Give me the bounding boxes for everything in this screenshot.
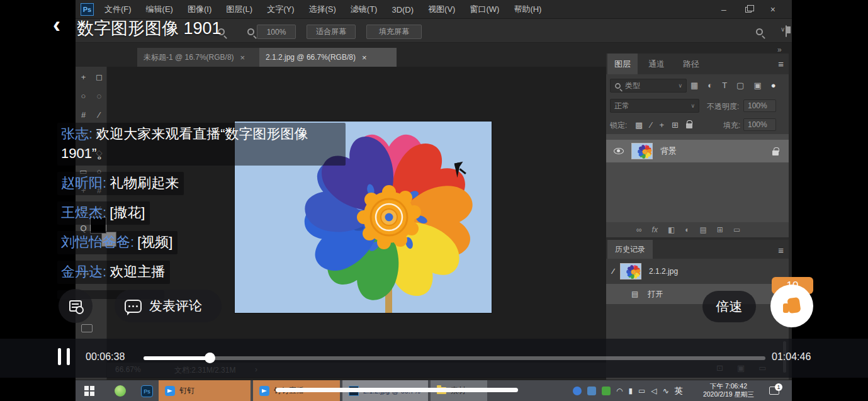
tab-close-icon[interactable]: × <box>362 53 367 62</box>
opacity-value[interactable]: 100% <box>743 99 776 112</box>
marquee-tool-icon[interactable]: ◻ <box>96 72 103 83</box>
menu-layer[interactable]: 图层(L) <box>226 4 252 15</box>
lock-artboard-icon[interactable]: ⊞ <box>672 120 679 130</box>
layer-mask-icon[interactable]: ◧ <box>668 225 675 234</box>
menu-type[interactable]: 文字(Y) <box>267 4 294 15</box>
taskbar-dingtalk-button[interactable]: 钉钉 <box>159 380 251 401</box>
filter-type-icon[interactable]: T <box>722 81 727 90</box>
volume-icon[interactable]: ◁ <box>651 387 657 395</box>
history-step-open[interactable]: ▤ 打开 <box>606 284 789 304</box>
fit-screen-button[interactable]: 适合屏幕 <box>307 25 356 39</box>
history-snapshot-row[interactable]: ∕ 2.1.2.jpg <box>606 261 789 281</box>
filter-smart-icon[interactable]: ▣ <box>753 81 761 90</box>
network-icon[interactable]: ◠ <box>616 387 623 395</box>
taskbar-clock[interactable]: 下午 7:06:42 2020/2/19 星期三 <box>696 382 762 398</box>
filter-toggle-icon[interactable]: ● <box>771 81 776 90</box>
filter-shape-icon[interactable]: ▢ <box>736 81 744 90</box>
chat-text: [撒花] <box>110 205 145 220</box>
delete-layer-icon[interactable]: ▭ <box>733 225 740 234</box>
move-tool-icon[interactable]: + <box>81 72 86 83</box>
tab-layers[interactable]: 图层 <box>607 54 638 74</box>
eye-icon[interactable] <box>614 148 624 154</box>
like-button[interactable] <box>770 285 813 327</box>
menu-select[interactable]: 选择(S) <box>308 4 335 15</box>
filter-adjustment-icon[interactable]: ◐ <box>707 81 713 90</box>
blend-mode-select[interactable]: 正常 ∨ <box>610 99 699 113</box>
link-icon[interactable]: ∞ <box>636 225 642 234</box>
tab-paths[interactable]: 路径 <box>675 54 707 74</box>
back-button[interactable]: ‹ <box>53 14 60 37</box>
quick-select-tool-icon[interactable]: ◌ <box>97 91 102 102</box>
menu-help[interactable]: 帮助(H) <box>514 4 541 15</box>
tab-212jpg[interactable]: 2.1.2.jpg @ 66.7%(RGB/8) × <box>259 48 397 67</box>
photoshop-menubar: Ps 文件(F) 编辑(E) 图像(I) 图层(L) 文字(Y) 选择(S) 滤… <box>76 0 792 19</box>
comment-bubble-icon <box>125 300 142 313</box>
lasso-tool-icon[interactable]: ○ <box>81 91 86 102</box>
post-comment-button[interactable]: 发表评论 <box>115 290 222 322</box>
panel-menu-icon[interactable]: ≡ <box>778 59 784 69</box>
layer-filter-select[interactable]: 类型 ∨ <box>610 79 687 93</box>
chat-text: [视频] <box>137 234 172 250</box>
menu-edit[interactable]: 编辑(E) <box>146 4 173 15</box>
seek-bar[interactable] <box>144 356 765 360</box>
tab-untitled[interactable]: 未标题-1 @ 16.7%(RGB/8) × <box>137 48 259 67</box>
lock-paint-icon[interactable]: ∕ <box>650 120 651 130</box>
tab-history[interactable]: 历史记录 <box>607 240 653 259</box>
group-icon[interactable]: ▤ <box>700 225 707 234</box>
panel-overflow-icon[interactable]: » <box>777 45 782 54</box>
playback-speed-button[interactable]: 倍速 <box>702 291 756 322</box>
fill-screen-button[interactable]: 填充屏幕 <box>366 25 422 39</box>
lock-all-icon[interactable] <box>686 123 692 128</box>
pause-button[interactable] <box>58 348 70 365</box>
usb-icon[interactable]: ▮ <box>628 387 633 395</box>
action-center-icon[interactable]: 1 <box>769 387 779 395</box>
menu-3d[interactable]: 3D(D) <box>392 5 414 14</box>
photoshop-taskbar-icon[interactable]: Ps <box>141 385 153 397</box>
tray-security-icon[interactable] <box>602 387 611 395</box>
search-icon[interactable] <box>756 28 763 35</box>
fx-icon[interactable]: fx <box>652 225 658 234</box>
menu-filter[interactable]: 滤镜(T) <box>351 4 378 15</box>
zoom-in-icon[interactable] <box>247 28 254 35</box>
start-button[interactable] <box>84 386 94 396</box>
chevron-down-icon: ∨ <box>678 82 682 89</box>
input-method-indicator[interactable]: 英 <box>675 385 683 397</box>
restore-button[interactable] <box>745 7 752 13</box>
tray-app-icon[interactable] <box>587 387 596 395</box>
menu-file[interactable]: 文件(F) <box>104 4 132 15</box>
layer-thumbnail[interactable] <box>631 143 653 159</box>
lock-move-icon[interactable]: + <box>659 120 664 130</box>
fill-value[interactable]: 100% <box>743 118 776 131</box>
crop-tool-icon[interactable]: # <box>81 110 86 121</box>
minimize-button[interactable]: – <box>721 4 726 14</box>
tab-channels[interactable]: 通道 <box>641 54 672 74</box>
zoom-100-button[interactable]: 100% <box>257 25 296 39</box>
chevron-down-icon[interactable]: ∨ <box>781 26 785 33</box>
device-icon[interactable]: ▭ <box>638 387 645 395</box>
quick-mask-icon[interactable] <box>81 324 93 332</box>
blend-mode-value: 正常 <box>614 101 629 111</box>
panel-menu-icon[interactable]: ≡ <box>778 245 784 256</box>
photoshop-logo: Ps <box>81 3 94 16</box>
lock-transparency-icon[interactable]: ▩ <box>635 120 643 130</box>
snapshot-thumbnail[interactable] <box>620 263 641 280</box>
live-video-player[interactable]: Ps 文件(F) 编辑(E) 图像(I) 图层(L) 文字(Y) 选择(S) 滤… <box>0 0 868 401</box>
menu-image[interactable]: 图像(I) <box>188 4 211 15</box>
filter-pixel-icon[interactable]: ▦ <box>690 81 698 90</box>
close-button[interactable]: × <box>770 4 775 14</box>
new-layer-icon[interactable]: ⊞ <box>717 225 723 234</box>
adjustment-icon[interactable]: ◐ <box>685 225 689 234</box>
seek-thumb[interactable] <box>205 353 215 363</box>
layer-row-background[interactable]: 背景 <box>606 140 789 162</box>
history-brush-icon[interactable]: ∕ <box>612 267 614 276</box>
home-indicator[interactable] <box>276 388 518 392</box>
tab-close-icon[interactable]: × <box>240 53 245 62</box>
browser-icon[interactable] <box>115 385 126 397</box>
clip-icon[interactable]: ∿ <box>663 387 669 395</box>
eyedropper-tool-icon[interactable]: ∕ <box>98 110 99 121</box>
menu-view[interactable]: 视图(V) <box>428 4 455 15</box>
tray-dingtalk-icon[interactable] <box>573 387 582 395</box>
notes-button[interactable] <box>59 289 93 323</box>
workspace-layout-icon[interactable] <box>786 25 787 37</box>
menu-window[interactable]: 窗口(W) <box>470 4 499 15</box>
